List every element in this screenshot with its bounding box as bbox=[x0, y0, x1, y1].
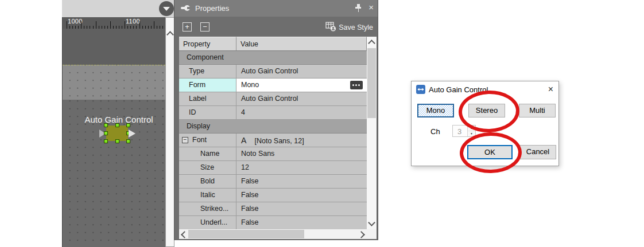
collapse-row-icon[interactable]: − bbox=[182, 137, 188, 143]
channel-spinner[interactable]: 3 ▲ ▼ bbox=[452, 125, 476, 137]
scrollbar-corner bbox=[367, 229, 377, 239]
output-port-triangle-icon[interactable] bbox=[129, 130, 135, 138]
save-style-button[interactable]: Save Style bbox=[325, 22, 373, 32]
table-row-bold[interactable]: Bold False bbox=[179, 175, 367, 189]
selection-handle[interactable] bbox=[126, 123, 130, 127]
canvas-top-strip bbox=[62, 0, 174, 17]
table-header: Property Value bbox=[179, 37, 367, 51]
properties-horizontal-scrollbar[interactable] bbox=[179, 229, 367, 239]
table-row-font-size[interactable]: Size 12 bbox=[179, 161, 367, 175]
selection-handle[interactable] bbox=[104, 123, 108, 127]
font-a-icon: A bbox=[241, 136, 253, 145]
properties-titlebar[interactable]: Properties × bbox=[174, 0, 378, 17]
canvas-sheet[interactable]: Auto Gain Control bbox=[62, 29, 165, 247]
canvas-ruler: 1000 1100 bbox=[62, 17, 165, 29]
ellipsis-button[interactable] bbox=[350, 81, 363, 89]
table-row-font[interactable]: − Font A [Noto Sans, 12] bbox=[179, 134, 367, 147]
ruler-label: 1100 bbox=[126, 18, 140, 25]
canvas-vertical-scrollbar[interactable] bbox=[165, 17, 174, 247]
multi-button[interactable]: Multi bbox=[519, 104, 556, 117]
spinner-down-icon[interactable]: ▼ bbox=[468, 131, 475, 136]
wrench-icon bbox=[181, 3, 190, 13]
selection-handle[interactable] bbox=[104, 139, 108, 143]
scroll-right-icon[interactable] bbox=[358, 231, 365, 238]
spinner-buttons: ▲ ▼ bbox=[467, 126, 475, 136]
table-row-underline[interactable]: Underl... False bbox=[179, 216, 367, 230]
stereo-button[interactable]: Stereo bbox=[468, 104, 505, 117]
selection-handle[interactable] bbox=[104, 131, 108, 135]
scroll-left-icon[interactable] bbox=[181, 231, 188, 238]
canvas-menu-button[interactable] bbox=[159, 1, 174, 16]
screenshot-root: 1000 1100 Auto Gain Control bbox=[0, 0, 644, 247]
property-table: Property Value Component Type Auto Gain … bbox=[179, 37, 367, 230]
selection-handle[interactable] bbox=[115, 123, 119, 127]
mono-button[interactable]: Mono bbox=[417, 104, 454, 117]
ruler-label: 1000 bbox=[68, 18, 83, 25]
properties-vertical-scrollbar[interactable] bbox=[367, 37, 377, 229]
scroll-up-icon[interactable] bbox=[166, 31, 174, 38]
collapse-all-button[interactable]: − bbox=[200, 22, 210, 32]
chevron-down-icon bbox=[163, 7, 170, 11]
spinner-up-icon[interactable]: ▲ bbox=[468, 126, 475, 131]
dialog-title: Auto Gain Control bbox=[429, 85, 488, 94]
table-row-component[interactable]: Component bbox=[179, 51, 367, 65]
channel-value: 3 bbox=[457, 127, 461, 136]
table-row-display[interactable]: Display bbox=[179, 120, 367, 134]
canvas-component-auto-gain-control[interactable] bbox=[106, 126, 128, 141]
table-row-form[interactable]: Form Mono bbox=[179, 79, 367, 92]
save-style-icon bbox=[325, 22, 336, 32]
table-row-italic[interactable]: Italic False bbox=[179, 189, 367, 202]
column-header-value: Value bbox=[236, 37, 367, 50]
close-icon[interactable]: × bbox=[548, 84, 553, 95]
scrollbar-thumb[interactable] bbox=[188, 230, 304, 238]
selection-handle[interactable] bbox=[126, 139, 130, 143]
close-icon[interactable]: × bbox=[368, 2, 374, 12]
table-row-strikeout[interactable]: Strikeo... False bbox=[179, 202, 367, 216]
design-canvas: 1000 1100 Auto Gain Control bbox=[62, 0, 174, 247]
canvas-area-band bbox=[63, 65, 165, 100]
properties-panel: Properties × + − Save Style bbox=[174, 0, 378, 240]
panel-title: Properties bbox=[195, 4, 229, 13]
save-style-label: Save Style bbox=[339, 23, 373, 32]
auto-gain-control-dialog: Auto Gain Control × Mono Stereo Multi Ch… bbox=[411, 81, 559, 166]
dialog-titlebar[interactable]: Auto Gain Control × bbox=[412, 81, 558, 97]
selection-handle[interactable] bbox=[115, 139, 119, 143]
scroll-up-icon[interactable] bbox=[368, 40, 375, 47]
expand-all-button[interactable]: + bbox=[183, 22, 192, 32]
ok-button[interactable]: OK bbox=[467, 145, 513, 159]
scroll-down-icon[interactable] bbox=[368, 219, 375, 226]
properties-toolbar: + − Save Style bbox=[174, 17, 378, 37]
table-row-type[interactable]: Type Auto Gain Control bbox=[179, 65, 367, 79]
gain-control-icon bbox=[416, 85, 425, 94]
pin-icon[interactable] bbox=[355, 4, 362, 12]
form-value-editor[interactable]: Mono bbox=[236, 79, 367, 92]
table-row-font-name[interactable]: Name Noto Sans bbox=[179, 147, 367, 161]
scrollbar-thumb[interactable] bbox=[367, 48, 376, 118]
ch-label: Ch bbox=[430, 127, 440, 136]
cancel-button[interactable]: Cancel bbox=[519, 145, 556, 159]
table-row-label[interactable]: Label Auto Gain Control bbox=[179, 92, 367, 106]
table-row-id[interactable]: ID 4 bbox=[179, 106, 367, 120]
column-header-property: Property bbox=[179, 37, 236, 50]
